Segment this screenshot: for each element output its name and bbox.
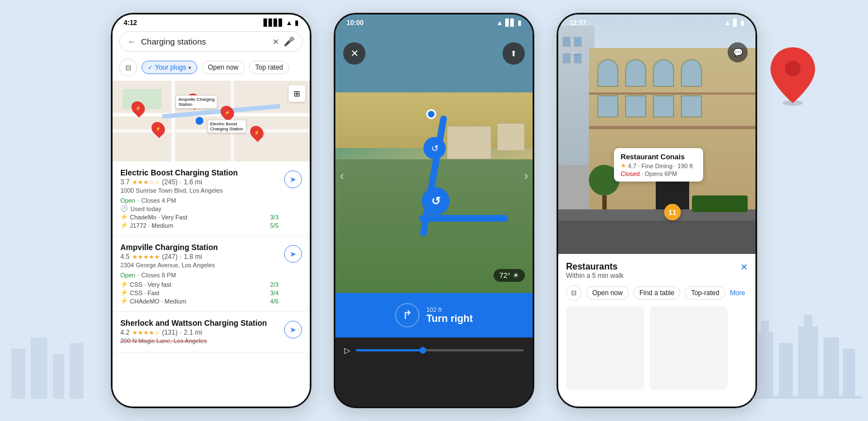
review-count-3: (131) bbox=[162, 329, 178, 336]
progress-fill bbox=[356, 349, 423, 351]
back-arrow-icon: ← bbox=[570, 46, 582, 59]
closes-2: Closes 8 PM bbox=[142, 272, 176, 278]
svg-rect-2 bbox=[757, 332, 773, 399]
progress-bar[interactable] bbox=[356, 349, 524, 351]
turn-icon: ↱ bbox=[395, 303, 420, 327]
battery-icon-3: ▮ bbox=[740, 19, 744, 27]
charger-speed-1b: Medium bbox=[152, 222, 173, 229]
bolt-2a: ⚡ bbox=[120, 281, 128, 288]
map-preview[interactable]: Ampville ChargingStation Electric BoostC… bbox=[113, 81, 310, 161]
clear-icon[interactable]: ✕ bbox=[272, 37, 279, 46]
aerial-map[interactable]: ↺ ↺ ✕ ⬆ ‹ › 72° ☀ bbox=[335, 14, 533, 337]
phone-street-view: 12:57 ▲ ▋ ▮ bbox=[557, 13, 757, 408]
closes-1: Closes 4 PM bbox=[142, 197, 176, 204]
time-3: 12:57 bbox=[569, 19, 587, 27]
bolt-2c: ⚡ bbox=[120, 297, 128, 305]
wifi-icon-3: ▲ bbox=[724, 19, 731, 27]
filter-chip-open-now[interactable]: Open now bbox=[202, 61, 245, 74]
panel-chip-find-table[interactable]: Find a table bbox=[633, 286, 681, 300]
temp-icon: ☀ bbox=[513, 271, 519, 280]
nav-button-3[interactable]: ➤ bbox=[284, 321, 302, 339]
dist-val-3: 2.1 mi bbox=[184, 329, 202, 336]
filter-chip-your-plugs[interactable]: ✓ Your plugs ▾ bbox=[142, 61, 197, 74]
popup-star: ★ bbox=[621, 162, 626, 169]
panel-chip-more[interactable]: More bbox=[730, 289, 745, 297]
panel-close-button[interactable]: ✕ bbox=[740, 262, 748, 272]
filter-row: ⊟ ✓ Your plugs ▾ Open now Top rated bbox=[113, 56, 310, 81]
aerial-map-bg: ↺ ↺ bbox=[335, 14, 533, 337]
nav-button-1[interactable]: ➤ bbox=[284, 170, 302, 188]
popup-rating-row: ★ 4.7 · Fine Dining · 190 ft bbox=[621, 162, 696, 169]
stars-3: ★★★★☆ bbox=[132, 329, 160, 336]
play-button[interactable]: ▷ bbox=[344, 346, 350, 355]
nav-next-button[interactable]: › bbox=[524, 169, 528, 183]
charger-speed-1a: Very Fast bbox=[162, 214, 187, 221]
phone-navigation: 10:00 ▲ ▋▋ ▮ ↺ bbox=[334, 13, 534, 408]
filter-options-button[interactable]: ⊟ bbox=[119, 58, 137, 76]
status-bar-2: 10:00 ▲ ▋▋ ▮ bbox=[335, 14, 533, 29]
place-info-2: Ampville Charging Station 4.5 ★★★★★ (247… bbox=[120, 243, 279, 305]
clock-icon-1: 🕐 bbox=[120, 205, 128, 212]
next-icon: › bbox=[524, 169, 528, 183]
back-icon[interactable]: ← bbox=[128, 37, 136, 47]
chip-label-2: Open now bbox=[208, 63, 238, 71]
marker-label: 11 bbox=[669, 208, 676, 217]
street-view-back-button[interactable]: ← bbox=[566, 42, 586, 62]
message-button[interactable]: 💬 bbox=[728, 42, 748, 62]
svg-rect-9 bbox=[751, 396, 862, 399]
address-1: 1000 Sunrise Town Blvd, Los Angeles bbox=[120, 187, 279, 194]
close-icon: ✕ bbox=[350, 47, 359, 60]
review-count-1: (245) bbox=[162, 178, 178, 186]
popup-status-row: Closed · Opens 6PM bbox=[621, 170, 696, 177]
status-bar-3: 12:57 ▲ ▋ ▮ bbox=[558, 14, 755, 29]
place-marker-11[interactable]: 11 bbox=[664, 204, 681, 221]
open-status-2: Open bbox=[120, 272, 135, 278]
place-item-electric-boost[interactable]: Electric Boost Charging Station 3.7 ★★★☆… bbox=[113, 161, 310, 236]
phone-charging-stations: 4:12 ▋▋▋▋ ▲ ▮ ← Charging stations ✕ 🎤 ⊟ … bbox=[111, 13, 311, 408]
address-2: 2304 George Avenue, Los Angeles bbox=[120, 262, 279, 268]
progress-thumb bbox=[420, 347, 426, 354]
battery-icon-2: ▮ bbox=[518, 19, 521, 27]
svg-rect-13 bbox=[11, 349, 25, 399]
street-view-area[interactable]: Restaurant Conais ★ 4.7 · Fine Dining · … bbox=[558, 14, 755, 254]
nav-close-button[interactable]: ✕ bbox=[343, 42, 365, 65]
used-row-1: 🕐 Used today bbox=[120, 205, 279, 212]
rating-row-3: 4.2 ★★★★☆ (131) · 2.1 mi bbox=[120, 329, 279, 336]
popup-rating: 4.7 bbox=[628, 163, 636, 169]
charger-type-1b: J1772 bbox=[130, 222, 147, 229]
place-item-sherlock[interactable]: Sherlock and Wattson Charging Station 4.… bbox=[113, 312, 310, 353]
charger-avail-1a: 3/3 bbox=[270, 214, 279, 221]
message-icon: 💬 bbox=[733, 48, 743, 57]
instruction-content: 102 ft Turn right bbox=[426, 306, 473, 325]
nav-prev-button[interactable]: ‹ bbox=[340, 169, 344, 183]
map-layers-button[interactable]: ⊞ bbox=[289, 85, 305, 102]
panel-filter-icon-button[interactable]: ⊟ bbox=[566, 285, 582, 301]
place-info-3: Sherlock and Wattson Charging Station 4.… bbox=[120, 319, 279, 345]
deco-city-left bbox=[6, 310, 89, 399]
search-input-container[interactable]: ← Charging stations ✕ 🎤 bbox=[119, 31, 303, 52]
panel-chip-top-rated[interactable]: Top-rated bbox=[685, 286, 725, 300]
nav-instruction-bar: ↱ 102 ft Turn right bbox=[335, 293, 533, 337]
popup-opens-time: Opens 6PM bbox=[645, 170, 677, 177]
nav-progress-area: ▷ bbox=[335, 337, 533, 366]
check-icon: ✓ bbox=[148, 64, 153, 71]
chip-label-1: Your plugs bbox=[155, 63, 186, 71]
charger-row-1a: ⚡ ChadeMo · Very Fast 3/3 bbox=[120, 213, 279, 221]
mic-icon[interactable]: 🎤 bbox=[284, 36, 295, 47]
panel-title: Restaurants bbox=[566, 262, 623, 272]
filter-chip-top-rated[interactable]: Top rated bbox=[249, 61, 289, 74]
open-status-1: Open bbox=[120, 197, 135, 204]
restaurant-popup[interactable]: Restaurant Conais ★ 4.7 · Fine Dining · … bbox=[614, 148, 703, 182]
charger-avail-1b: 5/5 bbox=[270, 222, 279, 229]
svg-rect-8 bbox=[843, 349, 855, 399]
status-1: Open · Closes 4 PM bbox=[120, 195, 279, 205]
place-name-3: Sherlock and Wattson Charging Station bbox=[120, 319, 279, 327]
signal-icon-2: ▋▋ bbox=[505, 19, 515, 27]
place-item-ampville[interactable]: Ampville Charging Station 4.5 ★★★★★ (247… bbox=[113, 236, 310, 312]
charger-row-2b: ⚡ CSS · Fast 3/4 bbox=[120, 289, 279, 296]
stars-1: ★★★☆☆ bbox=[132, 179, 160, 186]
panel-chip-open-now[interactable]: Open now bbox=[586, 286, 629, 300]
nav-share-button[interactable]: ⬆ bbox=[503, 42, 525, 65]
popup-closed-status: Closed bbox=[621, 170, 640, 177]
nav-button-2[interactable]: ➤ bbox=[284, 245, 302, 263]
